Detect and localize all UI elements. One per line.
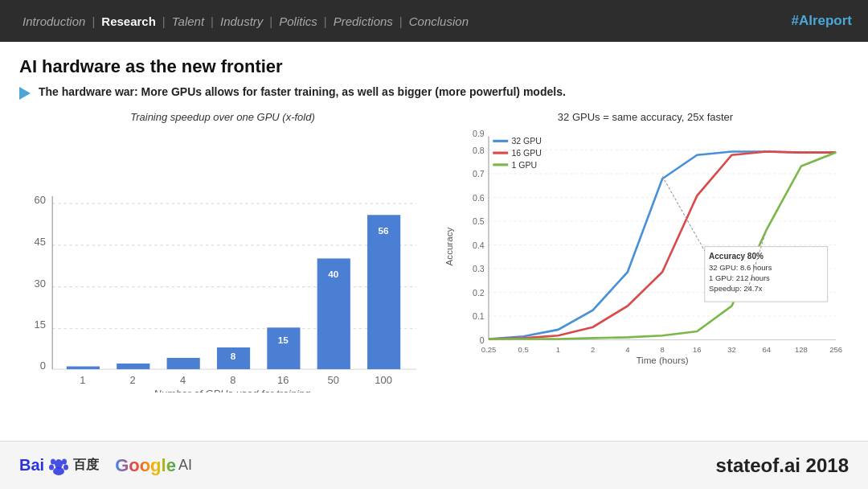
bullet-text: The hardware war: More GPUs allows for f… <box>39 85 566 98</box>
nav-item-research[interactable]: Research <box>95 14 162 28</box>
svg-text:15: 15 <box>35 318 46 331</box>
bar-2 <box>117 364 149 369</box>
line-32gpu <box>489 152 836 339</box>
nav-items: Introduction | Research | Talent | Indus… <box>16 14 791 28</box>
legend-16gpu-icon <box>493 152 508 154</box>
google-ai-logo: Google AI <box>115 455 192 476</box>
bottom-bar: Bai 百度 Google AI stateof.ai 2018 <box>0 441 868 489</box>
svg-text:0.9: 0.9 <box>473 129 485 138</box>
svg-text:16: 16 <box>693 345 702 354</box>
svg-text:0.5: 0.5 <box>518 345 529 354</box>
svg-text:4: 4 <box>625 345 629 354</box>
svg-text:Accuracy 80%: Accuracy 80% <box>709 252 764 261</box>
svg-text:Number of GPUs used for traini: Number of GPUs used for training <box>154 388 311 392</box>
svg-text:2: 2 <box>130 374 136 386</box>
svg-point-69 <box>51 458 55 464</box>
legend-1gpu-icon <box>493 163 508 166</box>
baidu-logo: Bai 百度 <box>19 454 99 477</box>
legend-32gpu-icon <box>493 140 508 142</box>
svg-text:Accuracy: Accuracy <box>444 228 454 266</box>
svg-text:1: 1 <box>80 354 86 364</box>
nav-item-introduction[interactable]: Introduction <box>16 14 92 28</box>
svg-text:15: 15 <box>278 335 289 345</box>
svg-text:Time (hours): Time (hours) <box>636 355 688 365</box>
svg-text:0.6: 0.6 <box>473 193 485 203</box>
bullet-triangle-icon <box>19 87 31 100</box>
bar-1 <box>67 367 100 370</box>
main-content: AI hardware as the new frontier The hard… <box>0 42 868 404</box>
svg-text:8: 8 <box>230 374 235 386</box>
svg-text:1: 1 <box>80 374 85 386</box>
svg-text:0.2: 0.2 <box>473 288 485 298</box>
baidu-cn-text: 百度 <box>73 457 99 474</box>
bar-5 <box>267 327 300 369</box>
svg-text:32: 32 <box>727 345 736 354</box>
svg-text:2: 2 <box>130 351 136 361</box>
svg-text:0.1: 0.1 <box>473 311 485 321</box>
nav-item-talent[interactable]: Talent <box>166 14 211 28</box>
svg-text:0: 0 <box>480 335 485 345</box>
right-chart: 32 GPUs = same accuracy, 25x faster 0 0.… <box>442 111 849 396</box>
right-chart-title: 32 GPUs = same accuracy, 25x faster <box>442 111 849 123</box>
baidu-b-text: Bai <box>19 456 44 475</box>
svg-point-71 <box>49 464 54 470</box>
svg-text:100: 100 <box>375 374 392 386</box>
svg-line-63 <box>662 176 705 251</box>
nav-item-politics[interactable]: Politics <box>272 14 324 28</box>
svg-text:1 GPU: 212 hours: 1 GPU: 212 hours <box>709 273 770 282</box>
svg-text:0.8: 0.8 <box>473 146 485 155</box>
svg-text:8: 8 <box>231 351 236 361</box>
svg-text:64: 64 <box>762 345 771 354</box>
svg-point-72 <box>63 464 68 470</box>
left-chart: Training speedup over one GPU (x-fold) 0… <box>19 111 426 396</box>
nav-item-industry[interactable]: Industry <box>214 14 269 28</box>
svg-text:16 GPU: 16 GPU <box>511 148 541 158</box>
nav-item-conclusion[interactable]: Conclusion <box>403 14 475 28</box>
google-text: Google <box>115 455 176 476</box>
svg-text:0: 0 <box>40 360 46 372</box>
svg-text:16: 16 <box>277 374 289 386</box>
bar-7 <box>367 215 400 369</box>
svg-text:256: 256 <box>829 345 842 354</box>
bar-3 <box>167 358 200 369</box>
line-chart-container: 0 0.1 0.2 0.3 0.4 0.5 0.6 0.7 0.8 0.9 Ac… <box>442 128 849 368</box>
baidu-paw-icon <box>47 454 70 477</box>
svg-text:1 GPU: 1 GPU <box>511 160 537 170</box>
page-title: AI hardware as the new frontier <box>19 56 849 77</box>
svg-text:32 GPU: 8.6 hours: 32 GPU: 8.6 hours <box>709 263 772 272</box>
svg-text:0.3: 0.3 <box>473 264 485 273</box>
nav-item-predictions[interactable]: Predictions <box>327 14 399 28</box>
line-chart-svg: 0 0.1 0.2 0.3 0.4 0.5 0.6 0.7 0.8 0.9 Ac… <box>442 128 849 365</box>
svg-text:0.5: 0.5 <box>473 216 485 226</box>
bar-chart-svg: 0 15 30 45 60 1 <box>19 128 426 392</box>
svg-text:45: 45 <box>35 236 46 248</box>
top-navigation: Introduction | Research | Talent | Indus… <box>0 0 868 42</box>
svg-text:4: 4 <box>180 345 186 355</box>
svg-text:0.25: 0.25 <box>481 345 496 354</box>
left-chart-title: Training speedup over one GPU (x-fold) <box>19 111 426 123</box>
svg-text:0.7: 0.7 <box>473 169 485 179</box>
svg-text:128: 128 <box>795 345 808 354</box>
logos: Bai 百度 Google AI <box>19 454 192 477</box>
svg-text:4: 4 <box>180 374 186 386</box>
google-ai-text: AI <box>178 457 192 474</box>
svg-text:56: 56 <box>379 225 390 236</box>
stateof-label: stateof.ai 2018 <box>716 454 849 477</box>
svg-text:50: 50 <box>327 374 338 386</box>
charts-area: Training speedup over one GPU (x-fold) 0… <box>19 111 849 396</box>
svg-text:Speedup: 24.7x: Speedup: 24.7x <box>709 284 763 293</box>
svg-text:40: 40 <box>328 269 339 279</box>
svg-point-73 <box>53 467 64 475</box>
svg-text:2: 2 <box>591 345 595 354</box>
svg-point-70 <box>62 458 67 464</box>
svg-text:30: 30 <box>35 277 46 290</box>
svg-text:0.4: 0.4 <box>473 240 485 250</box>
bar-chart-container: 0 15 30 45 60 1 <box>19 128 426 396</box>
hashtag-label: #AIreport <box>791 13 852 29</box>
svg-text:32 GPU: 32 GPU <box>511 136 541 146</box>
svg-text:8: 8 <box>660 345 664 354</box>
svg-text:60: 60 <box>35 194 46 206</box>
svg-text:1: 1 <box>556 345 560 354</box>
bullet-point: The hardware war: More GPUs allows for f… <box>19 85 849 100</box>
